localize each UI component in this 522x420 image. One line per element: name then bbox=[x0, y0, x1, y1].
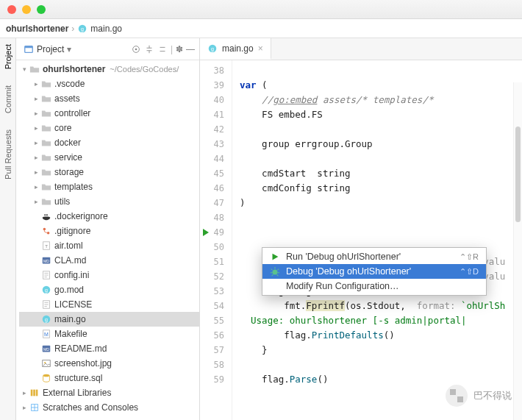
close-window-button[interactable] bbox=[7, 5, 16, 14]
code-line[interactable]: var ( bbox=[232, 78, 522, 93]
locate-icon[interactable] bbox=[131, 43, 141, 54]
expand-all-icon[interactable] bbox=[144, 43, 154, 54]
gutter-line[interactable]: 40 bbox=[200, 93, 232, 107]
svg-text:g: g bbox=[45, 317, 48, 323]
code-line[interactable]: ) bbox=[232, 196, 522, 210]
qr-icon bbox=[446, 385, 468, 407]
tree-file[interactable]: structure.sql bbox=[19, 371, 199, 385]
tree-folder[interactable]: ▸ assets bbox=[19, 91, 199, 106]
tree-folder[interactable]: ▸ docker bbox=[19, 135, 199, 150]
code-line[interactable]: group errgroup.Group bbox=[232, 137, 522, 152]
code-line[interactable] bbox=[232, 63, 522, 78]
project-view-select[interactable]: Project ▾ bbox=[21, 43, 74, 56]
editor-scrollbar[interactable] bbox=[513, 82, 522, 420]
code-line[interactable]: fmt.Fprintf(os.Stdout, format: `ohUrlSh bbox=[232, 299, 522, 313]
close-icon[interactable]: × bbox=[258, 43, 263, 54]
gutter-line[interactable]: 38 bbox=[200, 63, 232, 78]
tree-folder[interactable]: ▸ storage bbox=[19, 165, 199, 179]
code-line[interactable]: cmdConfig string bbox=[232, 181, 522, 196]
chevron-down-icon: ▾ bbox=[21, 65, 28, 73]
tree-file[interactable]: .gitignore bbox=[19, 224, 199, 238]
svg-point-26 bbox=[43, 374, 50, 377]
gutter-line[interactable]: 59 bbox=[200, 372, 232, 387]
gear-icon[interactable]: ✽ bbox=[176, 44, 183, 54]
code-line[interactable]: Usage: ohurlshortener [-s admin|portal| bbox=[232, 313, 522, 328]
minimize-window-button[interactable] bbox=[22, 5, 31, 14]
gutter-line[interactable]: 39 bbox=[200, 78, 232, 93]
folder-icon bbox=[40, 93, 53, 104]
gutter-line[interactable]: 49 bbox=[200, 225, 232, 240]
gutter-line[interactable]: 43 bbox=[200, 137, 232, 152]
gutter-line[interactable]: 58 bbox=[200, 357, 232, 372]
code-line[interactable] bbox=[232, 122, 522, 137]
gutter-line[interactable]: 55 bbox=[200, 313, 232, 328]
editor-tab-main-go[interactable]: g main.go × bbox=[200, 38, 271, 60]
ctx-modify-config[interactable]: Modify Run Configuration… bbox=[262, 279, 486, 293]
tree-file[interactable]: g go.mod bbox=[19, 282, 199, 297]
project-panel: Project ▾ | ✽ — ▾ ohurlshortener ~/Codes… bbox=[16, 38, 200, 420]
collapse-all-icon[interactable] bbox=[157, 43, 168, 54]
crumb-file[interactable]: g main.go bbox=[77, 24, 122, 34]
gutter-line[interactable]: 44 bbox=[200, 152, 232, 166]
chevron-right-icon: ▸ bbox=[32, 168, 40, 176]
tree-item-label: .gitignore bbox=[54, 226, 90, 236]
gutter-line[interactable]: 57 bbox=[200, 343, 232, 357]
ctx-run[interactable]: Run 'Debug ohUrlShortener' ⌃⇧R bbox=[262, 249, 486, 264]
code-line[interactable]: flag.PrintDefaults() bbox=[232, 328, 522, 343]
tree-folder[interactable]: ▸ templates bbox=[19, 179, 199, 194]
tree-file[interactable]: MD CLA.md bbox=[19, 253, 199, 268]
chevron-right-icon: ▸ bbox=[32, 139, 40, 146]
code-line[interactable]: cmdStart string bbox=[232, 166, 522, 181]
project-tree[interactable]: ▾ ohurlshortener ~/Codes/GoCodes/ ▸ .vsc… bbox=[16, 60, 199, 420]
tree-root[interactable]: ▾ ohurlshortener ~/Codes/GoCodes/ bbox=[19, 62, 199, 76]
tree-folder[interactable]: ▸ .vscode bbox=[19, 76, 199, 91]
tree-scratches[interactable]: ▸ Scratches and Consoles bbox=[19, 400, 199, 415]
gutter-line[interactable]: 51 bbox=[200, 255, 232, 269]
code-line[interactable] bbox=[232, 210, 522, 225]
code-line[interactable] bbox=[232, 152, 522, 166]
tree-external-libraries[interactable]: ▸ External Libraries bbox=[19, 385, 199, 400]
tree-item-label: service bbox=[54, 152, 82, 163]
editor-code[interactable]: var ( //go:embed assets/* templates/* FS… bbox=[232, 60, 522, 420]
ctx-run-label: Run 'Debug ohUrlShortener' bbox=[286, 252, 401, 262]
tree-file[interactable]: config.ini bbox=[19, 268, 199, 282]
tree-file[interactable]: MD README.md bbox=[19, 341, 199, 356]
code-line[interactable]: FS embed.FS bbox=[232, 107, 522, 122]
tool-tab-project[interactable]: Project bbox=[4, 41, 12, 72]
code-line[interactable] bbox=[232, 357, 522, 372]
gutter-line[interactable]: 52 bbox=[200, 269, 232, 284]
code-line[interactable] bbox=[232, 225, 522, 240]
tree-item-label: controller bbox=[54, 108, 90, 118]
tree-folder[interactable]: ▸ core bbox=[19, 121, 199, 135]
gutter-line[interactable]: 53 bbox=[200, 284, 232, 299]
hide-panel-icon[interactable]: — bbox=[186, 44, 195, 54]
tool-tab-commit[interactable]: Commit bbox=[4, 82, 12, 116]
tree-file[interactable]: LICENSE bbox=[19, 297, 199, 312]
code-line[interactable]: //go:embed assets/* templates/* bbox=[232, 93, 522, 107]
tree-folder[interactable]: ▸ service bbox=[19, 150, 199, 165]
gutter-line[interactable]: 45 bbox=[200, 166, 232, 181]
tree-file[interactable]: g main.go bbox=[19, 312, 199, 327]
gutter-line[interactable]: 54 bbox=[200, 299, 232, 313]
tree-file[interactable]: screenshot.jpg bbox=[19, 356, 199, 371]
tree-file[interactable]: .dockerignore bbox=[19, 209, 199, 224]
gutter-line[interactable]: 56 bbox=[200, 328, 232, 343]
gutter-line[interactable]: 47 bbox=[200, 196, 232, 210]
gutter-line[interactable]: 42 bbox=[200, 122, 232, 137]
gutter-line[interactable]: 48 bbox=[200, 210, 232, 225]
tree-item-label: External Libraries bbox=[43, 388, 111, 398]
tree-folder[interactable]: ▸ utils bbox=[19, 194, 199, 209]
crumb-root[interactable]: ohurlshortener bbox=[6, 24, 68, 34]
editor-gutter[interactable]: 3839404142434445464748495051525354555657… bbox=[200, 60, 232, 420]
tool-tab-pull-requests[interactable]: Pull Requests bbox=[4, 127, 12, 182]
gutter-line[interactable]: 41 bbox=[200, 107, 232, 122]
tree-folder[interactable]: ▸ controller bbox=[19, 106, 199, 121]
tree-file[interactable]: M Makefile bbox=[19, 327, 199, 341]
gutter-line[interactable]: 46 bbox=[200, 181, 232, 196]
maximize-window-button[interactable] bbox=[37, 5, 46, 14]
tree-file[interactable]: T air.toml bbox=[19, 238, 199, 253]
ctx-debug[interactable]: Debug 'Debug ohUrlShortener' ⌃⇧D bbox=[262, 264, 486, 279]
file-icon: g bbox=[40, 285, 53, 295]
gutter-line[interactable]: 50 bbox=[200, 240, 232, 255]
code-line[interactable]: } bbox=[232, 343, 522, 357]
